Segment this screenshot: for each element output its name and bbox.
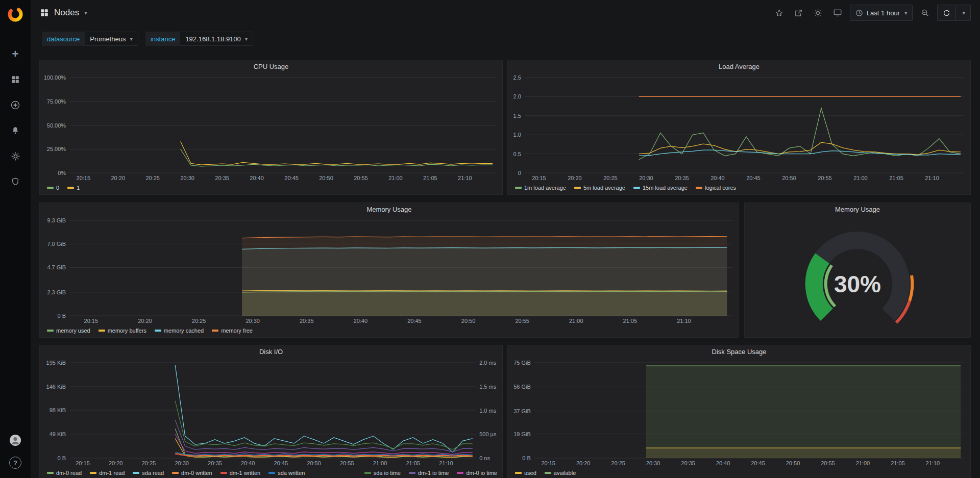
panel-title[interactable]: Disk Space Usage (508, 345, 970, 359)
svg-text:49 KiB: 49 KiB (50, 431, 66, 437)
breadcrumb[interactable]: Nodes ▾ (40, 8, 87, 18)
star-button[interactable] (772, 6, 787, 20)
avatar[interactable] (9, 434, 21, 446)
svg-text:2.5: 2.5 (513, 74, 521, 81)
legend-item[interactable]: 0 (47, 185, 59, 191)
legend-label: memory cached (164, 328, 204, 334)
panel-title[interactable]: Load Average (508, 60, 970, 73)
dashboards-icon[interactable] (9, 73, 21, 86)
panel-title[interactable]: Disk I/O (40, 345, 502, 359)
legend-label: logical cores (705, 185, 736, 191)
legend-label: dm-0 read (56, 470, 82, 476)
svg-text:21:10: 21:10 (439, 460, 453, 466)
svg-text:20:20: 20:20 (138, 318, 152, 324)
navbar-actions: Last 1 hour ▾ ▾ (772, 5, 971, 21)
svg-text:9.3 GiB: 9.3 GiB (47, 217, 66, 223)
legend-item[interactable]: sda io time (364, 470, 401, 476)
legend-item[interactable]: dm-1 io time (409, 470, 449, 476)
cpu-usage-chart[interactable]: 0%25.00%50.00%75.00%100.00%20:1520:2020:… (40, 73, 502, 182)
legend-item[interactable]: 15m load average (633, 185, 688, 191)
explore-compass-icon[interactable] (9, 99, 21, 111)
panel-title[interactable]: CPU Usage (40, 60, 502, 73)
svg-text:20:25: 20:25 (611, 460, 625, 466)
svg-text:20:40: 20:40 (716, 460, 730, 466)
legend-label: 1 (77, 185, 80, 191)
legend-item[interactable]: available (545, 470, 576, 476)
svg-text:20:55: 20:55 (515, 318, 529, 324)
legend-item[interactable]: memory buffers (99, 328, 146, 334)
disk-space-usage-chart[interactable]: 0 B19 GiB37 GiB56 GiB75 GiB20:1520:2020:… (508, 359, 970, 467)
legend-item[interactable]: dm-1 written (220, 470, 261, 476)
svg-text:19 GiB: 19 GiB (513, 431, 531, 437)
legend-item[interactable]: 1m load average (515, 185, 566, 191)
svg-text:20:15: 20:15 (84, 318, 99, 324)
memory-usage-chart[interactable]: 0 B2.3 GiB4.7 GiB7.0 GiB9.3 GiB20:1520:2… (40, 216, 739, 325)
svg-text:2.0 ms: 2.0 ms (479, 360, 497, 366)
memory-usage-gauge[interactable]: 30% (745, 216, 970, 337)
share-button[interactable] (792, 6, 806, 20)
panel-cpu-usage: CPU Usage 0%25.00%50.00%75.00%100.00%20:… (39, 60, 503, 195)
svg-text:20:50: 20:50 (461, 318, 476, 324)
legend-swatch (633, 187, 640, 189)
help-icon[interactable]: ? (9, 457, 21, 469)
legend-label: dm-0 io time (466, 470, 497, 476)
dashboard-squares-icon (40, 8, 49, 17)
legend-item[interactable]: memory used (47, 328, 90, 334)
variable-value-dropdown[interactable]: 192.168.1.18:9100 ▾ (180, 32, 253, 46)
svg-text:21:00: 21:00 (569, 318, 583, 324)
svg-text:20:25: 20:25 (145, 175, 160, 181)
svg-text:20:20: 20:20 (576, 460, 591, 466)
configuration-gear-icon[interactable] (9, 150, 21, 162)
dashboard-settings-button[interactable] (811, 6, 825, 20)
legend-swatch (515, 472, 522, 474)
legend-item[interactable]: memory cached (155, 328, 204, 334)
navbar: Nodes ▾ Last 1 hour ▾ (31, 0, 980, 26)
legend-item[interactable]: dm-0 io time (457, 470, 497, 476)
legend-item[interactable]: used (515, 470, 536, 476)
server-admin-shield-icon[interactable] (9, 175, 21, 188)
page-title: Nodes (54, 8, 79, 18)
cycle-view-button[interactable] (830, 6, 845, 20)
legend-item[interactable]: 5m load average (574, 185, 625, 191)
svg-text:21:00: 21:00 (373, 460, 387, 466)
svg-text:30%: 30% (834, 271, 881, 297)
refresh-button-group: ▾ (937, 5, 971, 21)
legend-item[interactable]: sda read (133, 470, 164, 476)
svg-text:21:05: 21:05 (891, 460, 905, 466)
svg-text:37 GiB: 37 GiB (513, 408, 531, 414)
sidebar: + ? (0, 0, 31, 478)
grafana-logo-icon[interactable] (0, 0, 31, 29)
legend-item[interactable]: dm-0 read (47, 470, 82, 476)
refresh-interval-dropdown[interactable]: ▾ (956, 5, 971, 21)
panel-title[interactable]: Memory Usage (40, 203, 739, 216)
legend-item[interactable]: memory free (212, 328, 253, 334)
svg-text:1.5 ms: 1.5 ms (479, 384, 497, 390)
alerting-bell-icon[interactable] (9, 124, 21, 137)
legend-item[interactable]: 1 (67, 185, 80, 191)
variable-value-dropdown[interactable]: Prometheus ▾ (85, 32, 138, 46)
refresh-button[interactable] (937, 5, 956, 21)
legend-label: sda read (142, 470, 164, 476)
zoom-out-button[interactable] (918, 6, 932, 20)
svg-text:21:05: 21:05 (889, 175, 903, 181)
legend-swatch (133, 472, 139, 474)
panel-title[interactable]: Memory Usage (745, 203, 970, 216)
svg-text:7.0 GiB: 7.0 GiB (47, 241, 66, 247)
legend-label: 1m load average (524, 185, 566, 191)
variable-value: 192.168.1.18:9100 (185, 35, 240, 43)
legend-item[interactable]: sda written (268, 470, 305, 476)
time-picker-button[interactable]: Last 1 hour ▾ (850, 5, 913, 21)
legend-label: dm-1 io time (418, 470, 449, 476)
chevron-down-icon: ▾ (84, 10, 87, 16)
legend-item[interactable]: dm-0 written (172, 470, 212, 476)
legend-item[interactable]: dm-1 read (90, 470, 125, 476)
load-average-chart[interactable]: 00.51.01.52.02.520:1520:2020:2520:3020:3… (508, 73, 970, 182)
legend-item[interactable]: logical cores (696, 185, 736, 191)
legend-label: memory buffers (108, 328, 146, 334)
legend-label: 0 (56, 185, 59, 191)
create-icon[interactable]: + (9, 48, 21, 60)
svg-text:2.0: 2.0 (513, 93, 521, 99)
svg-text:0%: 0% (58, 170, 66, 176)
legend-swatch (172, 472, 179, 474)
disk-io-chart[interactable]: 0 B49 KiB98 KiB146 KiB195 KiB0 ns500 µs1… (40, 359, 502, 467)
